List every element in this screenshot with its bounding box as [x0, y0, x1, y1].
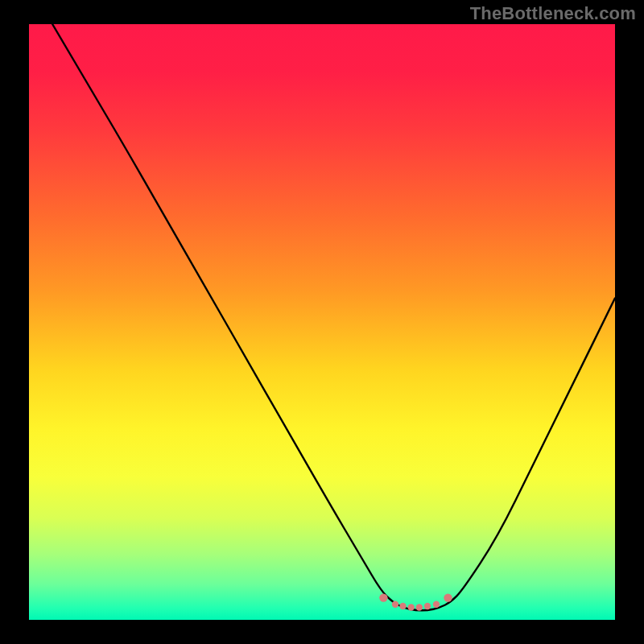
heatmap-gradient-background: [29, 24, 615, 620]
watermark-label: TheBottleneck.com: [470, 3, 636, 24]
chart-frame: TheBottleneck.com: [0, 0, 644, 644]
